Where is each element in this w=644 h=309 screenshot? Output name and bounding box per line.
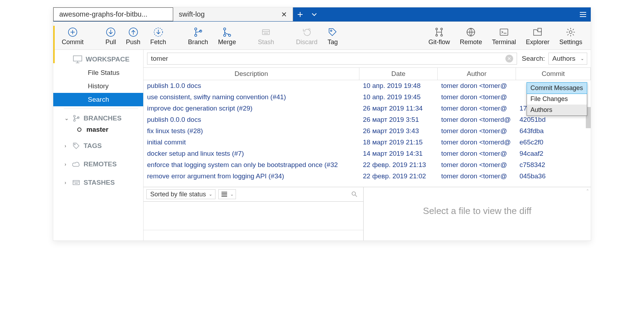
- commit-row[interactable]: remove error argument from logging API (…: [144, 171, 591, 182]
- svg-point-25: [74, 115, 75, 117]
- terminal-button[interactable]: Terminal: [487, 24, 521, 49]
- gitflow-icon: [434, 26, 444, 38]
- sidebar-item-file-status[interactable]: File Status: [53, 66, 143, 79]
- sidebar-remotes-heading[interactable]: › REMOTES: [53, 158, 143, 170]
- sort-select[interactable]: Sorted by file status ⌄: [146, 189, 215, 199]
- search-box: ✕: [147, 53, 517, 65]
- commit-row[interactable]: initial commit18 март 2019 21:15tomer do…: [144, 137, 591, 148]
- commit-row[interactable]: docker setup and linux tests (#7)14 март…: [144, 148, 591, 159]
- commit-row[interactable]: publish 1.0.0 docs10 апр. 2019 19:48tome…: [144, 80, 591, 91]
- settings-button[interactable]: Settings: [554, 24, 587, 49]
- commit-desc: docker setup and linux tests (#7): [144, 149, 359, 159]
- remote-button[interactable]: Remote: [455, 24, 487, 49]
- commit-author: tomer doron <tomer@: [438, 149, 516, 159]
- tab-menu-button[interactable]: [307, 7, 321, 21]
- commit-row[interactable]: enforce that logging system can only be …: [144, 159, 591, 171]
- svg-point-18: [441, 28, 443, 30]
- sidebar-stashes-heading[interactable]: › STASHES: [53, 177, 143, 189]
- commit-row[interactable]: improve doc generation script (#29)26 ма…: [144, 103, 591, 114]
- svg-point-17: [436, 35, 438, 36]
- file-list[interactable]: [144, 202, 363, 230]
- view-mode-button[interactable]: ⌄: [218, 189, 236, 199]
- dropdown-option-commit-messages[interactable]: Commit Messages: [527, 82, 587, 94]
- svg-point-9: [229, 34, 231, 36]
- sidebar-item-search[interactable]: Search: [53, 93, 143, 106]
- branch-master[interactable]: master: [53, 124, 143, 135]
- svg-point-28: [74, 144, 75, 145]
- sidebar-branches-heading[interactable]: ⌄ BRANCHES: [53, 112, 143, 124]
- monitor-icon: [73, 55, 82, 63]
- merge-button[interactable]: Merge: [213, 24, 241, 49]
- hamburger-icon[interactable]: [575, 7, 591, 21]
- scroll-up-icon[interactable]: ⌃: [586, 189, 589, 194]
- dropdown-option-authors[interactable]: Authors: [527, 105, 587, 115]
- search-filter-dropdown: Commit Messages File Changes Authors: [527, 82, 587, 116]
- commit-row[interactable]: fix linux tests (#28)26 март 2019 3:43to…: [144, 125, 591, 137]
- close-icon[interactable]: ✕: [274, 10, 287, 19]
- col-date[interactable]: Date: [359, 68, 438, 80]
- explorer-button[interactable]: Explorer: [521, 24, 554, 49]
- sidebar-tags-heading[interactable]: › TAGS: [53, 140, 143, 152]
- remote-label: Remote: [460, 38, 482, 46]
- svg-point-30: [75, 183, 76, 184]
- merge-label: Merge: [218, 38, 236, 46]
- commit-author: tomer doron <tomer@: [438, 160, 516, 170]
- push-label: Push: [126, 38, 140, 46]
- tag-button[interactable]: Tag: [322, 24, 343, 49]
- tag-icon: [327, 26, 338, 38]
- svg-rect-21: [500, 29, 508, 35]
- col-description[interactable]: Description: [144, 68, 359, 80]
- remotes-label: REMOTES: [84, 160, 117, 168]
- commit-row[interactable]: use consistent, swifty naming convention…: [144, 91, 591, 103]
- plus-circle-icon: [67, 26, 78, 38]
- col-commit[interactable]: Commit: [516, 68, 591, 80]
- file-search-icon[interactable]: [351, 191, 360, 197]
- commit-row[interactable]: publish 0.0.0 docs26 март 2019 3:51tomer…: [144, 114, 591, 125]
- search-input[interactable]: [151, 55, 505, 63]
- clear-search-icon[interactable]: ✕: [505, 55, 513, 63]
- sidebar-workspace-heading: WORKSPACE: [53, 53, 143, 66]
- svg-point-32: [77, 183, 78, 184]
- sidebar-item-history[interactable]: History: [53, 79, 143, 93]
- tab-label: awesome-graphs-for-bitbu...: [59, 10, 147, 18]
- commit-grid-body[interactable]: publish 1.0.0 docs10 апр. 2019 19:48tome…: [144, 80, 591, 187]
- tab-awesome-graphs[interactable]: awesome-graphs-for-bitbu...: [53, 7, 173, 21]
- branch-master-label: master: [86, 126, 108, 133]
- svg-point-15: [330, 30, 332, 31]
- commit-desc: publish 0.0.0 docs: [144, 115, 359, 125]
- fetch-button[interactable]: Fetch: [145, 24, 171, 49]
- sidebar-divider: [64, 108, 138, 109]
- workspace-label: WORKSPACE: [86, 55, 129, 63]
- commit-label: Commit: [62, 38, 84, 46]
- bottom-pane: Sorted by file status ⌄ ⌄: [144, 187, 591, 240]
- commit-date: 26 март 2019 11:34: [359, 103, 438, 113]
- terminal-icon: [499, 26, 509, 38]
- commit-hash: 045ba36: [516, 171, 591, 181]
- col-author[interactable]: Author: [438, 68, 516, 80]
- search-filter-select[interactable]: Authors ⌄: [548, 53, 587, 65]
- push-button[interactable]: Push: [121, 24, 145, 49]
- tab-strip: awesome-graphs-for-bitbu... swift-log ✕: [53, 7, 591, 22]
- branch-button[interactable]: Branch: [183, 24, 213, 49]
- commit-button[interactable]: Commit: [57, 24, 89, 49]
- pull-button[interactable]: Pull: [101, 24, 121, 49]
- svg-point-13: [267, 33, 268, 34]
- branch-label: Branch: [188, 38, 208, 46]
- globe-icon: [466, 26, 476, 38]
- commit-date: 18 март 2019 21:15: [359, 137, 438, 147]
- commit-date: 26 март 2019 3:43: [359, 126, 438, 136]
- dropdown-option-file-changes[interactable]: File Changes: [527, 94, 587, 105]
- discard-button[interactable]: Discard: [291, 24, 322, 49]
- fetch-icon: [153, 26, 164, 38]
- svg-point-33: [352, 192, 356, 195]
- stash-button[interactable]: Stash: [253, 24, 279, 49]
- gitflow-button[interactable]: Git-flow: [424, 24, 455, 49]
- commit-author: tomer doron <tomerd@: [438, 137, 516, 147]
- tab-swift-log[interactable]: swift-log ✕: [173, 7, 293, 21]
- svg-point-11: [264, 33, 265, 34]
- new-tab-button[interactable]: [293, 7, 307, 21]
- commit-author: tomer doron <tomer@: [438, 171, 516, 181]
- settings-label: Settings: [559, 38, 582, 46]
- arrow-up-circle-icon: [128, 26, 139, 38]
- file-list-pane: Sorted by file status ⌄ ⌄: [144, 187, 364, 240]
